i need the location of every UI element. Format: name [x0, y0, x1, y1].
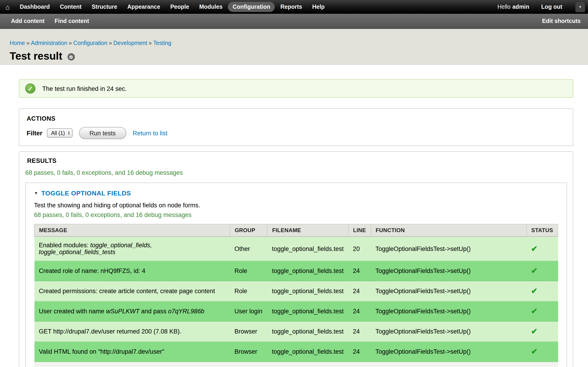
shortcut-find-content[interactable]: Find content	[55, 18, 89, 24]
table-header-row: MESSAGEGROUPFILENAMELINEFUNCTIONSTATUS	[34, 224, 558, 236]
table-body: Enabled modules: toggle_optional_fields,…	[34, 236, 558, 367]
page-title-row: Test result ⚙	[10, 50, 588, 62]
cell-line: 24	[348, 321, 371, 342]
breadcrumb-link-development[interactable]: Development	[113, 40, 147, 46]
results-panel: RESULTS 68 passes, 0 fails, 0 exceptions…	[19, 151, 573, 367]
breadcrumb: Home»Administration»Configuration»Develo…	[10, 40, 588, 46]
cell-filename: toggle_optional_fields.test	[267, 261, 348, 281]
toolbar-item-modules[interactable]: Modules	[195, 2, 227, 12]
pass-check-icon: ✔	[531, 267, 538, 275]
username: admin	[512, 4, 529, 10]
cell-status: ⚠	[527, 362, 558, 367]
cell-function: ToggleOptionalFieldsTest->setUp()	[371, 362, 527, 367]
cell-group: Browser	[230, 321, 267, 342]
cell-group: Role	[230, 281, 267, 301]
header-band: Home»Administration»Configuration»Develo…	[0, 29, 588, 65]
cell-filename: toggle_optional_fields.test	[267, 342, 348, 362]
cell-status: ✔	[527, 342, 558, 362]
cell-line: 24	[348, 281, 371, 301]
actions-legend: ACTIONS	[27, 115, 565, 122]
toolbar-item-dashboard[interactable]: Dashboard	[15, 2, 54, 12]
message-text: User created with name	[39, 308, 106, 315]
cell-function: ToggleOptionalFieldsTest->setUp()	[371, 261, 527, 281]
test-group-toggle[interactable]: ▼TOGGLE OPTIONAL FIELDS	[26, 190, 566, 197]
cell-message: Valid HTML found on "http://drupal7.dev/…	[34, 342, 230, 362]
run-tests-button[interactable]: Run tests	[79, 127, 126, 139]
message-emphasis: toggle_optional_fields_tests	[39, 249, 115, 256]
test-group-fieldset: ▼TOGGLE OPTIONAL FIELDS Test the showing…	[25, 183, 567, 367]
cell-group: Other	[230, 236, 267, 261]
pass-check-icon: ✔	[531, 307, 538, 316]
breadcrumb-link-administration[interactable]: Administration	[31, 40, 67, 46]
message-emphasis: wSuPLKWT	[106, 308, 140, 315]
toolbar-item-configuration[interactable]: Configuration	[228, 2, 275, 12]
message-emphasis: toggle_optional_fields,	[90, 242, 152, 249]
greeting: Helloadmin	[498, 4, 529, 10]
breadcrumb-link-home[interactable]: Home	[10, 40, 25, 46]
table-head: MESSAGEGROUPFILENAMELINEFUNCTIONSTATUS	[34, 224, 558, 236]
breadcrumb-link-configuration[interactable]: Configuration	[73, 40, 107, 46]
breadcrumb-link-testing[interactable]: Testing	[153, 40, 171, 46]
column-header-message: MESSAGE	[34, 224, 230, 236]
logout-link[interactable]: Log out	[536, 2, 567, 12]
toolbar-item-help[interactable]: Help	[308, 2, 329, 12]
table-row: Created role of name: nHQ9fFZS, id: 4Rol…	[34, 261, 558, 281]
test-group-summary: 68 passes, 0 fails, 0 exceptions, and 16…	[34, 211, 558, 218]
toolbar-item-content[interactable]: Content	[55, 2, 86, 12]
admin-toolbar: ⌂ DashboardContentStructureAppearancePeo…	[0, 0, 588, 14]
cell-function: ToggleOptionalFieldsTest->setUp()	[371, 342, 527, 362]
shortcut-bar: Add contentFind content Edit shortcuts	[0, 14, 588, 29]
results-summary: 68 passes, 0 fails, 0 exceptions, and 16…	[25, 169, 567, 176]
cell-function: ToggleOptionalFieldsTest->setUp()	[371, 301, 527, 321]
breadcrumb-separator: »	[109, 40, 112, 46]
cell-line: 24	[348, 261, 371, 281]
filter-select-value: All (1)	[51, 130, 65, 136]
toolbar-item-structure[interactable]: Structure	[87, 2, 122, 12]
gear-icon[interactable]: ⚙	[67, 53, 75, 60]
pass-check-icon: ✔	[531, 347, 538, 356]
cell-filename: toggle_optional_fields.test	[267, 281, 348, 301]
column-header-status: STATUS	[527, 224, 558, 236]
stepper-down-icon: ▼	[68, 133, 70, 135]
toolbar-item-appearance[interactable]: Appearance	[123, 2, 165, 12]
toolbar-item-people[interactable]: People	[166, 2, 194, 12]
return-to-list-link[interactable]: Return to list	[133, 130, 168, 136]
greeting-prefix: Hello	[498, 4, 510, 10]
toolbar-item-reports[interactable]: Reports	[276, 2, 307, 12]
cell-group: Browser	[230, 342, 267, 362]
results-legend: RESULTS	[27, 157, 567, 164]
breadcrumb-separator: »	[69, 40, 72, 46]
results-table: MESSAGEGROUPFILENAMELINEFUNCTIONSTATUS E…	[34, 224, 558, 367]
cell-message: Verbose message	[34, 362, 230, 367]
column-header-filename: FILENAME	[267, 224, 348, 236]
cell-message: Enabled modules: toggle_optional_fields,…	[34, 236, 230, 261]
pass-check-icon: ✔	[531, 287, 538, 295]
filter-select[interactable]: All (1) ▲▼	[47, 128, 72, 138]
table-row: Verbose messageDebugtoggle_optional_fiel…	[34, 362, 558, 367]
table-row: Created permissions: create article cont…	[34, 281, 558, 301]
toolbar-toggle-button[interactable]: ▾	[575, 1, 585, 12]
page: ⌂ DashboardContentStructureAppearancePeo…	[0, 0, 588, 367]
table-row: Valid HTML found on "http://drupal7.dev/…	[34, 342, 558, 362]
cell-group: User login	[230, 301, 267, 321]
shortcut-add-content[interactable]: Add content	[11, 18, 44, 24]
test-group-description: Test the showing and hiding of optional …	[34, 202, 558, 209]
cell-filename: toggle_optional_fields.test	[267, 236, 348, 261]
breadcrumb-separator: »	[26, 40, 30, 46]
cell-line: 24	[348, 342, 371, 362]
filter-label: Filter	[27, 129, 42, 137]
edit-shortcuts-link[interactable]: Edit shortcuts	[542, 18, 581, 24]
message-text: and pass	[139, 308, 168, 315]
test-group-title-link[interactable]: TOGGLE OPTIONAL FIELDS	[41, 190, 131, 197]
message-text: Created permissions: create article cont…	[39, 288, 215, 294]
cell-filename: toggle_optional_fields.test	[267, 301, 348, 321]
cell-filename: toggle_optional_fields.test	[267, 321, 348, 342]
column-header-group: GROUP	[230, 224, 267, 236]
cell-group: Debug	[230, 362, 267, 367]
home-icon[interactable]: ⌂	[6, 3, 10, 11]
cell-line: 20	[348, 236, 371, 261]
actions-row: Filter All (1) ▲▼ Run tests Return to li…	[27, 127, 565, 139]
cell-message: Created role of name: nHQ9fFZS, id: 4	[34, 261, 230, 281]
table-row: Enabled modules: toggle_optional_fields,…	[34, 236, 558, 261]
collapse-arrow-icon: ▼	[34, 191, 38, 195]
